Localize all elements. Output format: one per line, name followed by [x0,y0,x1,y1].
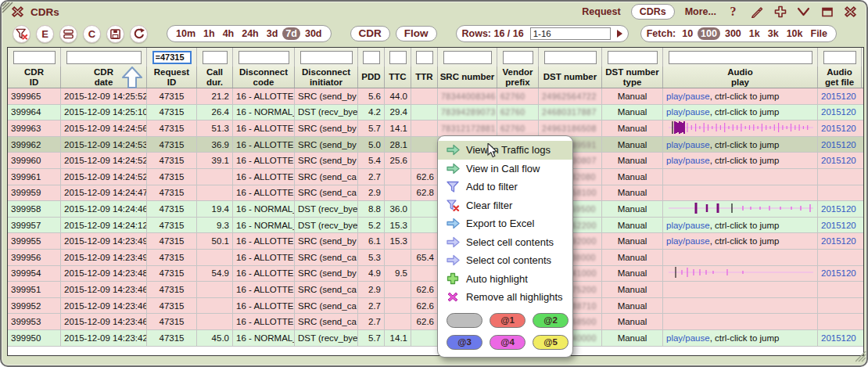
table-row[interactable]: 3999642015-12-09 14:25:104731526.416 - N… [8,105,863,121]
table-row[interactable]: 3999552015-12-09 14:23:494731550.116 - A… [8,233,863,250]
highlight-color-button[interactable] [447,313,482,328]
add-icon[interactable] [773,5,787,19]
column-header[interactable]: CDRID [8,67,61,88]
time-range-option[interactable]: 10m [173,27,199,40]
audio-waveform[interactable] [666,121,815,136]
audio-file-link[interactable]: 2015120 [821,156,856,165]
table-row[interactable]: 3999522015-12-09 14:23:464731516 - ALLOT… [8,298,863,315]
menu-item[interactable]: Add to filter [438,178,572,196]
more-button[interactable]: More... [685,6,716,17]
menu-item[interactable]: Auto highlight [438,270,572,289]
highlight-color-button[interactable]: @2 [533,313,569,328]
column-header[interactable]: TTR [411,67,438,88]
column-header[interactable]: Vendorprefix [497,67,539,88]
column-header[interactable]: DST numbertype [602,67,663,88]
audio-file-link[interactable]: 2015120 [821,268,856,278]
row-range-input[interactable] [530,27,611,40]
column-header[interactable]: RequestID [147,67,197,88]
audio-file-link[interactable]: 2015120 [821,140,856,149]
audio-file-link[interactable]: 2015120 [821,92,856,101]
column-filter-input[interactable] [608,51,658,64]
clear-filter-icon[interactable] [13,25,30,43]
audio-play-link[interactable]: play/pause [666,156,710,165]
cdrs-menu-button[interactable]: CDRs [631,4,675,20]
fetch-option[interactable]: 3k [765,27,782,40]
audio-play-link[interactable]: play/pause [666,221,710,230]
column-header[interactable]: Audioplay [663,67,818,88]
time-range-option[interactable]: 24h [239,27,262,40]
highlight-color-button[interactable]: @4 [490,335,525,350]
maximize-icon[interactable] [820,5,834,19]
column-header[interactable]: DST number [539,67,602,88]
next-page-icon[interactable] [617,30,622,38]
table-row[interactable]: 3999542015-12-09 14:23:484731554.916 - A… [8,266,863,282]
fetch-option[interactable]: 1k [746,27,763,40]
menu-item[interactable]: Select cell contents [438,233,572,252]
column-filter-input[interactable] [443,51,492,64]
audio-file-link[interactable]: 2015120 [821,221,856,230]
flow-tab-button[interactable]: Flow [396,26,437,41]
table-row[interactable]: 3999592015-12-09 14:24:474731516 - ALLOT… [8,185,863,202]
save-icon[interactable] [106,25,124,43]
table-row[interactable]: 3999512015-12-09 14:23:464731516 - ALLOT… [8,282,863,298]
column-filter-input[interactable] [823,51,856,64]
table-row[interactable]: 3999602015-12-09 14:24:524731539.116 - A… [8,153,863,169]
refresh-icon[interactable] [130,25,148,43]
cdr-tab-button[interactable]: CDR [350,26,390,41]
column-filter-input[interactable] [203,51,228,64]
menu-item[interactable]: Export to Excel [438,214,572,233]
columns-icon[interactable]: C [83,25,101,43]
time-range-option[interactable]: 3d [264,27,282,40]
help-icon[interactable]: ? [726,5,740,19]
collapse-icon[interactable] [797,5,810,19]
menu-item[interactable]: Clear filter [438,196,572,215]
audio-file-link[interactable]: 2015120 [821,236,856,246]
column-filter-input[interactable] [363,51,380,64]
highlight-color-button[interactable]: @5 [533,335,569,350]
menu-item[interactable]: View in Traffic logs [438,141,572,160]
highlight-color-button[interactable]: @3 [447,335,482,350]
time-range-option[interactable]: 1h [200,27,218,40]
column-filter-input[interactable] [66,51,142,64]
resize-grip-bottom-right[interactable] [855,351,866,365]
edit-icon[interactable] [750,5,763,19]
highlight-color-button[interactable]: @1 [490,313,525,328]
column-header[interactable]: PDD [358,67,385,88]
audio-play-link[interactable]: play/pause [666,140,710,149]
column-header[interactable]: Disconnectinitiator [295,67,358,88]
audio-file-link[interactable]: 2015120 [821,333,856,343]
audio-play-link[interactable]: play/pause [666,107,710,117]
time-range-option[interactable]: 30d [302,27,325,40]
fetch-option[interactable]: 10 [679,27,696,40]
column-header[interactable]: Audioget file [818,67,862,88]
table-row[interactable]: 3999572015-12-09 14:24:12473159.316 - NO… [8,218,863,234]
column-header[interactable]: SRC number [438,67,497,88]
resize-grip-top-left[interactable] [2,2,14,17]
column-header[interactable]: Calldur. [197,67,233,88]
row-layout-icon[interactable] [59,25,77,43]
menu-item[interactable]: View in Call flow [438,160,572,178]
audio-file-link[interactable]: 2015120 [821,107,856,117]
fetch-option[interactable]: 10k [784,27,806,40]
close-icon[interactable] [844,5,857,19]
fetch-option[interactable]: File [808,27,831,40]
column-filter-input[interactable] [669,51,812,64]
table-row[interactable]: 3999562015-12-09 14:23:494731516 - ALLOT… [8,250,863,266]
table-row[interactable]: 3999632015-12-09 14:24:564731551.316 - A… [8,121,863,137]
time-range-option[interactable]: 4h [220,27,238,40]
table-row[interactable]: 3999582015-12-09 14:24:464731519.416 - N… [8,201,863,218]
table-row[interactable]: 3999612015-12-09 14:24:524731516 - ALLOT… [8,169,863,185]
audio-file-link[interactable]: 2015120 [821,204,856,214]
column-filter-input[interactable] [300,51,353,64]
audio-play-link[interactable]: play/pause [666,92,710,101]
audio-waveform[interactable] [666,201,815,217]
column-filter-input[interactable] [239,51,289,64]
export-excel-icon[interactable]: E [36,25,54,43]
column-header[interactable]: Disconnectcode [233,67,295,88]
column-filter-input[interactable] [13,51,56,64]
menu-item[interactable]: Select col contents [438,251,572,270]
column-header[interactable]: TTC [385,67,411,88]
table-row[interactable]: 3999622015-12-09 14:24:534731536.916 - A… [8,137,863,153]
time-range-option[interactable]: 7d [282,27,300,40]
column-filter-input[interactable] [503,51,533,64]
